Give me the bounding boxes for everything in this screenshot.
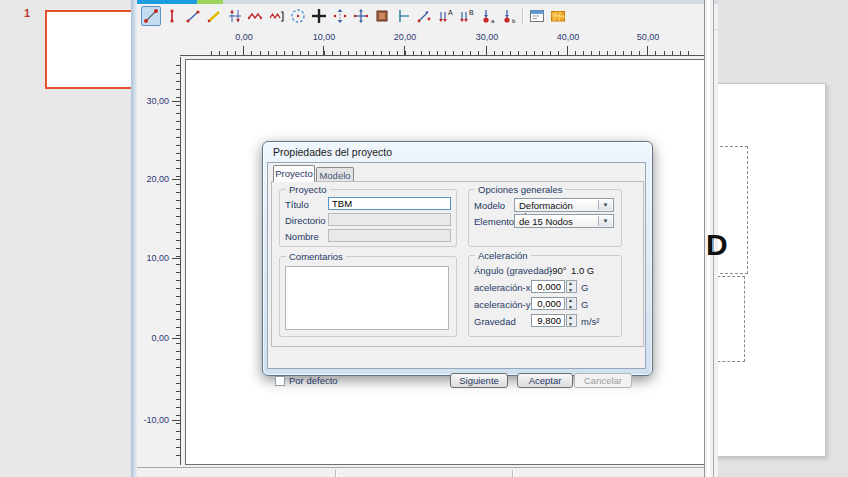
node-to-node-anchor-tool-icon[interactable]	[246, 6, 266, 26]
point-load-a-tool-icon[interactable]: a	[477, 6, 497, 26]
ruler-tick	[176, 383, 180, 384]
status-bar	[137, 467, 712, 477]
ruler-tick	[453, 51, 454, 55]
modelo-label: Modelo	[474, 200, 505, 211]
ruler-tick	[550, 51, 551, 55]
ruler-tick	[176, 248, 180, 249]
elementos-label: Elementos	[474, 216, 519, 227]
ruler-major-tick	[647, 46, 648, 55]
ruler-tick	[176, 455, 180, 456]
svg-text:a: a	[491, 18, 495, 24]
generate-mesh-tool-icon[interactable]	[548, 6, 568, 26]
modelo-select[interactable]: Deformación plana ▼	[514, 198, 614, 212]
rotation-fixities-tool-icon[interactable]	[414, 6, 434, 26]
status-bar-divider	[335, 470, 337, 477]
selection-tool-icon[interactable]	[141, 6, 161, 26]
aceptar-button[interactable]: Aceptar	[517, 373, 573, 388]
status-bar-divider	[512, 470, 514, 477]
tab-proyecto[interactable]: Proyecto	[273, 165, 315, 182]
tunnel-tool-icon[interactable]	[288, 6, 308, 26]
ruler-label: 10,00	[310, 32, 338, 42]
ruler-major-tick	[172, 101, 180, 102]
ruler-tick	[502, 51, 503, 55]
point-load-b-tool-icon[interactable]: b	[498, 6, 518, 26]
ruler-tick	[664, 51, 665, 55]
ruler-tick	[176, 343, 180, 344]
ruler-tick	[558, 51, 559, 55]
gravedad-spinner[interactable]	[566, 314, 577, 327]
gravedad-unit: m/s²	[581, 316, 599, 327]
ruler-tick	[526, 51, 527, 55]
ruler-tick	[219, 51, 220, 55]
project-properties-dialog: Propiedades del proyecto Proyecto Modelo…	[262, 141, 653, 376]
aceleracion-y-label: aceleración-y	[474, 299, 531, 310]
tab-modelo[interactable]: Modelo	[316, 167, 354, 182]
titulo-label: Título	[285, 199, 309, 210]
geometry-line-tool-icon[interactable]	[162, 6, 182, 26]
elementos-select[interactable]: de 15 Nodos ▼	[514, 214, 614, 228]
comentarios-textarea[interactable]	[285, 266, 449, 330]
siguiente-button[interactable]: Siguiente	[450, 373, 508, 388]
ruler-tick	[176, 73, 180, 74]
ruler-tick	[176, 145, 180, 146]
plate-tool-icon[interactable]	[183, 6, 203, 26]
ruler-tick	[284, 51, 285, 55]
material-sets-tool-icon[interactable]	[372, 6, 392, 26]
aceleracion-y-spinner[interactable]	[566, 297, 577, 310]
vertical-ruler: 30,0020,0010,000,00-10,00	[137, 57, 185, 465]
ruler-tick	[470, 51, 471, 55]
ruler-tick	[176, 192, 180, 193]
distributed-load-b-tool-icon[interactable]: B	[456, 6, 476, 26]
fixed-end-anchor-tool-icon[interactable]	[267, 6, 287, 26]
ruler-major-tick	[404, 46, 405, 55]
por-defecto-checkbox[interactable]	[275, 376, 285, 386]
chevron-down-icon[interactable]: ▼	[598, 216, 612, 226]
ruler-tick	[268, 51, 269, 55]
aceleracion-y-field[interactable]	[531, 297, 565, 310]
distributed-load-a-tool-icon[interactable]: A	[435, 6, 455, 26]
ruler-tick	[599, 51, 600, 55]
ruler-tick	[680, 51, 681, 55]
ruler-tick	[176, 176, 180, 177]
horizontal-ruler: 0,0010,0020,0030,0040,0050,00	[137, 28, 712, 57]
prescribed-displacement-tool-icon[interactable]	[225, 6, 245, 26]
aceleracion-x-spinner[interactable]	[566, 280, 577, 293]
geogrid-tool-icon[interactable]	[204, 6, 224, 26]
ruler-major-tick	[486, 46, 487, 55]
horizontal-fixity-tool-icon[interactable]	[393, 6, 413, 26]
aceleracion-x-field[interactable]	[531, 280, 565, 293]
aceleracion-x-unit: G	[581, 282, 588, 293]
ruler-tick	[176, 335, 180, 336]
ruler-tick	[510, 51, 511, 55]
cancelar-button: Cancelar	[574, 373, 632, 388]
angulo-label: Ángulo (gravedad)	[474, 265, 552, 276]
ruler-tick	[176, 97, 180, 98]
aceleracion-x-label: aceleración-x	[474, 282, 531, 293]
ruler-tick	[176, 407, 180, 408]
gravedad-field[interactable]	[531, 314, 565, 327]
total-fixities-tool-icon[interactable]	[351, 6, 371, 26]
ruler-tick	[227, 51, 228, 55]
ruler-tick	[176, 319, 180, 320]
vertical-fixities-tool-icon[interactable]	[330, 6, 350, 26]
project-properties-tool-icon[interactable]	[527, 6, 547, 26]
ruler-tick	[308, 51, 309, 55]
ruler-tick	[176, 391, 180, 392]
ruler-tick	[381, 51, 382, 55]
ruler-tick	[688, 51, 689, 55]
interface-tool-icon[interactable]	[309, 6, 329, 26]
ruler-tick	[176, 160, 180, 161]
ruler-label: 40,00	[554, 32, 582, 42]
ruler-tick	[575, 51, 576, 55]
ruler-tick	[413, 51, 414, 55]
ruler-tick	[462, 51, 463, 55]
angulo-g-value: 1.0 G	[571, 265, 594, 276]
titulo-field[interactable]	[328, 197, 451, 210]
ruler-tick	[176, 423, 180, 424]
gravedad-label: Gravedad	[474, 316, 516, 327]
slide-thumbnail[interactable]	[45, 10, 137, 89]
ruler-tick	[348, 51, 349, 55]
ruler-tick	[260, 51, 261, 55]
chevron-down-icon[interactable]: ▼	[598, 200, 612, 210]
ruler-tick	[235, 51, 236, 55]
